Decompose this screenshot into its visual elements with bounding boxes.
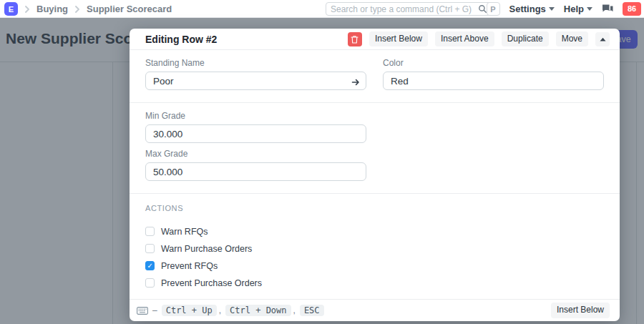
settings-menu[interactable]: Settings [509,4,555,14]
actions-section-heading: ACTIONS [145,204,604,212]
row-edit-modal: Editing Row #2 Insert Below Insert Above… [130,29,620,321]
standing-name-label: Standing Name [145,58,366,68]
insert-above-button[interactable]: Insert Above [435,31,494,46]
navbar: E Buying Supplier Scorecard P Settings [0,0,644,18]
min-grade-label: Min Grade [145,111,604,121]
checkbox-label: Warn Purchase Orders [161,244,252,254]
global-search[interactable] [326,2,492,16]
modal-header: Editing Row #2 Insert Below Insert Above… [130,29,620,50]
modal-footer: – Ctrl + Up , Ctrl + Down , ESC Insert B… [130,299,620,321]
settings-label: Settings [509,4,546,14]
app-window: E Buying Supplier Scorecard P Settings [0,0,644,324]
breadcrumb: E Buying Supplier Scorecard [4,0,172,18]
chevron-right-icon [24,6,30,13]
shortcut-ctrl-down: Ctrl + Down [225,305,291,316]
shortcut-ctrl-up: Ctrl + Up [162,305,217,316]
prevent-rfqs-row[interactable]: Prevent RFQs [145,261,604,270]
help-label: Help [564,4,584,14]
warn-rfqs-row[interactable]: Warn RFQs [145,227,604,236]
search-input[interactable] [331,4,478,14]
prevent-purchase-orders-checkbox[interactable] [145,278,155,288]
max-grade-label: Max Grade [145,149,604,159]
section-divider [130,102,620,103]
delete-row-button[interactable] [348,32,362,46]
warn-purchase-orders-row[interactable]: Warn Purchase Orders [145,244,604,253]
trash-icon [351,35,358,44]
avatar[interactable]: P [487,2,500,16]
app-logo[interactable]: E [4,2,18,16]
shortcut-esc: ESC [300,305,324,316]
checkbox-label: Prevent Purchase Orders [161,278,262,288]
separator: , [293,305,296,315]
section-divider [130,193,620,194]
separator: , [219,305,221,315]
collapse-row-button[interactable] [595,32,610,46]
prevent-rfqs-checkbox[interactable] [145,261,155,270]
actions-checkbox-list: Warn RFQs Warn Purchase Orders Prevent R… [145,227,604,288]
chevron-right-icon [74,6,80,13]
help-menu[interactable]: Help [564,4,592,14]
navbar-right: P Settings Help 86 [487,2,641,16]
modal-title: Editing Row #2 [145,34,348,45]
max-grade-input[interactable] [145,162,366,181]
caret-down-icon [549,7,555,11]
move-button[interactable]: Move [556,31,588,46]
insert-below-button[interactable]: Insert Below [369,31,428,46]
warn-purchase-orders-checkbox[interactable] [145,244,155,253]
modal-body: Standing Name Color Min Grade Max Grade [130,50,620,299]
breadcrumb-item-buying[interactable]: Buying [36,4,68,14]
keyboard-icon [137,307,148,315]
notification-count-badge[interactable]: 86 [623,2,641,16]
footer-insert-below-button[interactable]: Insert Below [551,303,610,318]
caret-down-icon [587,7,592,11]
chat-icon[interactable] [602,4,613,14]
color-input[interactable] [383,72,604,90]
duplicate-button[interactable]: Duplicate [502,31,549,46]
checkbox-label: Warn RFQs [161,227,208,237]
breadcrumb-item-supplier-scorecard[interactable]: Supplier Scorecard [87,4,172,14]
warn-rfqs-checkbox[interactable] [145,227,155,236]
checkbox-label: Prevent RFQs [161,261,218,271]
dash: – [152,305,157,315]
standing-name-input[interactable] [145,72,366,90]
shortcut-hint: – Ctrl + Up , Ctrl + Down , ESC [137,305,324,316]
min-grade-input[interactable] [145,124,366,143]
triangle-up-icon [600,37,606,41]
modal-toolbar: Insert Below Insert Above Duplicate Move [348,31,610,46]
prevent-purchase-orders-row[interactable]: Prevent Purchase Orders [145,278,604,288]
color-label: Color [383,58,604,68]
